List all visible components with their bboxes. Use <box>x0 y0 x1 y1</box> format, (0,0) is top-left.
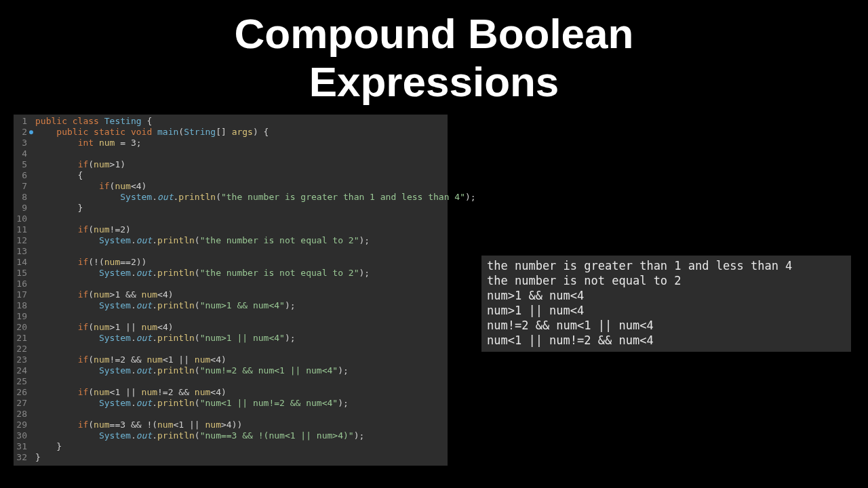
code-text: System.out.println("the number is greate… <box>34 192 476 203</box>
code-text <box>34 409 35 420</box>
code-text: } <box>34 452 41 463</box>
code-text: public class Testing { <box>34 116 152 127</box>
output-line: num>1 && num<4 <box>487 288 846 303</box>
code-text: if(num>1 && num<4) <box>34 289 174 300</box>
code-line: 17 if(num>1 && num<4) <box>14 289 448 300</box>
title-line-2: Expressions <box>0 58 868 106</box>
line-number: 9 <box>14 203 28 214</box>
code-line: 11 if(num!=2) <box>14 224 448 235</box>
output-line: the number is greater than 1 and less th… <box>487 258 846 273</box>
line-number: 17 <box>14 289 28 300</box>
breakpoint-gutter <box>28 138 34 148</box>
breakpoint-gutter <box>28 181 34 192</box>
breakpoint-gutter <box>28 333 34 344</box>
code-text: int num = 3; <box>34 138 142 148</box>
code-line: 13 <box>14 246 448 257</box>
code-text <box>34 376 35 387</box>
line-number: 16 <box>14 279 28 289</box>
code-line: 4 <box>14 148 448 159</box>
line-number: 30 <box>14 430 28 441</box>
code-line: 26 if(num<1 || num!=2 && num<4) <box>14 387 448 398</box>
code-line: 7 if(num<4) <box>14 181 448 192</box>
code-text: { <box>34 170 83 181</box>
breakpoint-gutter <box>28 268 34 279</box>
code-line: 9 } <box>14 203 448 214</box>
code-line: 14 if(!(num==2)) <box>14 257 448 268</box>
line-number: 5 <box>14 159 28 170</box>
line-number: 23 <box>14 354 28 365</box>
code-text: } <box>34 203 83 214</box>
console-output: the number is greater than 1 and less th… <box>481 256 851 352</box>
code-line: 31 } <box>14 441 448 452</box>
breakpoint-gutter <box>28 203 34 214</box>
code-text: System.out.println("num>1 || num<4"); <box>34 333 296 344</box>
line-number: 24 <box>14 365 28 376</box>
code-editor: 1public class Testing {2● public static … <box>14 115 448 466</box>
breakpoint-gutter <box>28 344 34 354</box>
line-number: 1 <box>14 116 28 127</box>
code-line: 21 System.out.println("num>1 || num<4"); <box>14 333 448 344</box>
line-number: 32 <box>14 452 28 463</box>
line-number: 19 <box>14 311 28 322</box>
breakpoint-gutter <box>28 365 34 376</box>
code-text: if(num<4) <box>34 181 146 192</box>
code-text <box>34 311 35 322</box>
line-number: 4 <box>14 148 28 159</box>
breakpoint-gutter <box>28 148 34 159</box>
code-line: 24 System.out.println("num!=2 && num<1 |… <box>14 365 448 376</box>
breakpoint-gutter <box>28 224 34 235</box>
line-number: 27 <box>14 398 28 409</box>
code-text: if(num>1) <box>34 159 125 170</box>
code-text: } <box>34 441 62 452</box>
code-line: 30 System.out.println("num==3 && !(num<1… <box>14 430 448 441</box>
code-line: 15 System.out.println("the number is not… <box>14 268 448 279</box>
code-text <box>34 344 35 354</box>
line-number: 12 <box>14 235 28 246</box>
code-line: 23 if(num!=2 && num<1 || num<4) <box>14 354 448 365</box>
breakpoint-gutter <box>28 246 34 257</box>
line-number: 22 <box>14 344 28 354</box>
code-line: 3 int num = 3; <box>14 138 448 148</box>
breakpoint-gutter <box>28 235 34 246</box>
code-text <box>34 148 35 159</box>
line-number: 2 <box>14 127 28 138</box>
code-text: System.out.println("num>1 && num<4"); <box>34 300 296 311</box>
line-number: 3 <box>14 138 28 148</box>
breakpoint-gutter <box>28 214 34 224</box>
code-line: 10 <box>14 214 448 224</box>
breakpoint-gutter <box>28 376 34 387</box>
breakpoint-gutter <box>28 289 34 300</box>
breakpoint-gutter <box>28 159 34 170</box>
breakpoint-gutter <box>28 398 34 409</box>
code-text <box>34 279 35 289</box>
code-line: 25 <box>14 376 448 387</box>
output-line: num>1 || num<4 <box>487 303 846 318</box>
line-number: 10 <box>14 214 28 224</box>
line-number: 6 <box>14 170 28 181</box>
breakpoint-gutter <box>28 300 34 311</box>
code-line: 27 System.out.println("num<1 || num!=2 &… <box>14 398 448 409</box>
line-number: 20 <box>14 322 28 333</box>
breakpoint-gutter <box>28 441 34 452</box>
breakpoint-gutter: ● <box>28 127 34 138</box>
code-text: if(num==3 && !(num<1 || num>4)) <box>34 420 242 430</box>
code-line: 32} <box>14 452 448 463</box>
code-text <box>34 246 35 257</box>
breakpoint-gutter <box>28 420 34 430</box>
output-line: num!=2 && num<1 || num<4 <box>487 318 846 333</box>
line-number: 14 <box>14 257 28 268</box>
breakpoint-gutter <box>28 387 34 398</box>
code-line: 22 <box>14 344 448 354</box>
code-text: if(!(num==2)) <box>34 257 146 268</box>
code-text: System.out.println("num==3 && !(num<1 ||… <box>34 430 364 441</box>
code-line: 5 if(num>1) <box>14 159 448 170</box>
breakpoint-gutter <box>28 354 34 365</box>
code-text: if(num<1 || num!=2 && num<4) <box>34 387 226 398</box>
breakpoint-gutter <box>28 409 34 420</box>
code-text <box>34 214 35 224</box>
code-line: 28 <box>14 409 448 420</box>
line-number: 11 <box>14 224 28 235</box>
code-line: 29 if(num==3 && !(num<1 || num>4)) <box>14 420 448 430</box>
line-number: 31 <box>14 441 28 452</box>
code-text: if(num>1 || num<4) <box>34 322 174 333</box>
